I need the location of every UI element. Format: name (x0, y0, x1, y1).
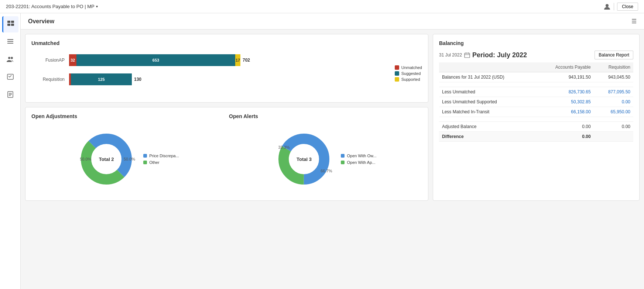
alerts-pct-bottom: 66.7% (321, 169, 332, 173)
legend-label-unmatched: Unmatched (401, 65, 422, 70)
legend-dot-unmatched (395, 65, 399, 70)
page-header: Overview ☰ (21, 13, 644, 30)
row-ap-adjusted: 0.00 (535, 122, 594, 132)
hamburger-icon[interactable]: ☰ (631, 18, 637, 25)
row-req-less-unmatched: 877,095.50 (594, 87, 633, 97)
alerts-donut-center: Total 3 (297, 156, 312, 162)
main-content: Overview ☰ Unmatched FusionAP (21, 13, 644, 289)
sidebar-item-people[interactable] (2, 52, 18, 68)
legend-dot-suggested (395, 71, 399, 76)
svg-rect-6 (7, 41, 13, 42)
adjustments-pct-left: 50.0% (80, 157, 91, 161)
list-icon (7, 38, 14, 47)
date-text: 31 Jul 2022 (439, 52, 462, 58)
balance-row-less-matched-intransit: Less Matched In-Transit 66,158.00 65,950… (439, 107, 633, 117)
period-label: Period: July 2022 (472, 51, 527, 59)
row-label-balances: Balances for 31 Jul 2022 (USD) (439, 72, 535, 82)
user-icon (603, 3, 611, 10)
sidebar-item-overview[interactable] (2, 16, 18, 32)
open-adjustments-section: Open Adjustments Total 2 (31, 113, 225, 195)
adjustments-legend-item-other: Other (143, 160, 179, 165)
alerts-legend-item-owner: Open With Ow... (341, 154, 376, 158)
legend-dot-supported (395, 77, 399, 82)
sidebar-item-checklist[interactable] (2, 69, 18, 86)
fusionap-label: FusionAP (31, 58, 65, 63)
svg-rect-4 (11, 24, 14, 26)
unmatched-legend: Unmatched Suggested Supported (395, 65, 422, 82)
spacer-row-2 (439, 117, 633, 122)
legend-label-supported: Supported (401, 77, 420, 82)
cards-grid: Unmatched FusionAP 32 653 (21, 30, 644, 205)
requisition-label: Requisition (31, 77, 65, 82)
row-req-less-unmatched-supported: 0.00 (594, 97, 633, 107)
svg-rect-14 (9, 95, 11, 96)
row-label-less-unmatched-supported: Less Unmatched Supported (439, 97, 535, 107)
adjustments-legend-item-price: Price Discrepa... (143, 154, 179, 158)
people-icon (6, 55, 14, 65)
adjustments-dot-price (143, 154, 147, 158)
checklist-icon (7, 73, 14, 82)
balance-row-balances: Balances for 31 Jul 2022 (USD) 943,191.5… (439, 72, 633, 82)
legend-item-unmatched: Unmatched (395, 65, 422, 70)
fusionap-unmatched-segment: 32 (69, 54, 76, 66)
row-label-less-unmatched: Less Unmatched (439, 87, 535, 97)
calendar-icon (464, 52, 470, 58)
row-req-less-matched-intransit: 65,950.00 (594, 107, 633, 117)
open-adjustments-title: Open Adjustments (31, 113, 225, 119)
req-total: 130 (134, 77, 141, 82)
sidebar-item-report[interactable] (2, 87, 18, 103)
row-ap-balances: 943,191.50 (535, 72, 594, 82)
alerts-dot-owner (341, 154, 345, 158)
balancing-date: 31 Jul 2022 Period: July 2022 (439, 51, 527, 59)
svg-rect-15 (465, 53, 470, 58)
legend-label-suggested: Suggested (401, 71, 421, 76)
adjustments-label-price: Price Discrepa... (149, 154, 179, 158)
sidebar-item-list[interactable] (2, 34, 18, 50)
balance-report-button[interactable]: Balance Report (595, 51, 633, 59)
req-suggested-segment: 125 (71, 73, 132, 85)
adjustments-legend: Price Discrepa... Other (143, 154, 179, 165)
spacer-row-1 (439, 82, 633, 87)
open-alerts-chart: Total 3 33.3% 66.7% Open With Ow... (229, 124, 422, 195)
balance-row-adjusted: Adjusted Balance 0.00 0.00 (439, 122, 633, 132)
page-title: Overview (28, 18, 54, 25)
open-adjustments-chart: Total 2 50.0% 50.0% Price Discrepa... (31, 124, 225, 195)
alerts-total: Total 3 (297, 156, 312, 162)
row-req-balances: 943,045.50 (594, 72, 633, 82)
row-req-difference (594, 132, 633, 142)
legend-item-suggested: Suggested (395, 71, 422, 76)
row-ap-difference: 0.00 (535, 132, 594, 142)
alerts-label-owner: Open With Ow... (347, 154, 376, 158)
svg-rect-1 (7, 21, 10, 23)
svg-point-0 (606, 4, 609, 7)
balance-row-difference: Difference 0.00 (439, 132, 633, 142)
alerts-pct-top: 33.3% (278, 145, 290, 149)
overview-icon (7, 20, 15, 30)
col-header-label (439, 62, 535, 72)
sidebar (0, 13, 21, 289)
breadcrumb-chevron-icon[interactable]: ▾ (96, 4, 98, 8)
unmatched-chart: FusionAP 32 653 17 702 (31, 51, 422, 96)
requisition-bar-row: Requisition 125 130 (31, 73, 387, 85)
svg-rect-7 (7, 43, 13, 44)
row-ap-less-matched-intransit: 66,158.00 (535, 107, 594, 117)
balance-table: Accounts Payable Requisition Balances fo… (439, 62, 633, 142)
svg-point-9 (11, 57, 13, 59)
balance-row-less-unmatched-supported: Less Unmatched Supported 50,302.85 0.00 (439, 97, 633, 107)
legend-item-supported: Supported (395, 77, 422, 82)
report-icon (7, 91, 14, 100)
alerts-legend: Open With Ow... Open With Ap... (341, 154, 376, 165)
col-header-req: Requisition (594, 62, 633, 72)
adjustments-dot-other (143, 161, 147, 164)
open-alerts-title: Open Alerts (229, 113, 422, 119)
row-label-less-matched-intransit: Less Matched In-Transit (439, 107, 535, 117)
adjustments-label-other: Other (149, 160, 160, 165)
page-breadcrumb: 203-22201: Accounts Payable to PO | MP ▾ (6, 4, 98, 9)
svg-rect-12 (9, 93, 12, 94)
close-button[interactable]: Close (617, 3, 638, 11)
alerts-legend-item-ap: Open With Ap... (341, 160, 376, 165)
row-ap-less-unmatched-supported: 50,302.85 (535, 97, 594, 107)
breadcrumb-text: 203-22201: Accounts Payable to PO | MP (6, 4, 95, 9)
adjustments-pct-right: 50.0% (124, 157, 135, 161)
balance-row-less-unmatched: Less Unmatched 826,730.65 877,095.50 (439, 87, 633, 97)
